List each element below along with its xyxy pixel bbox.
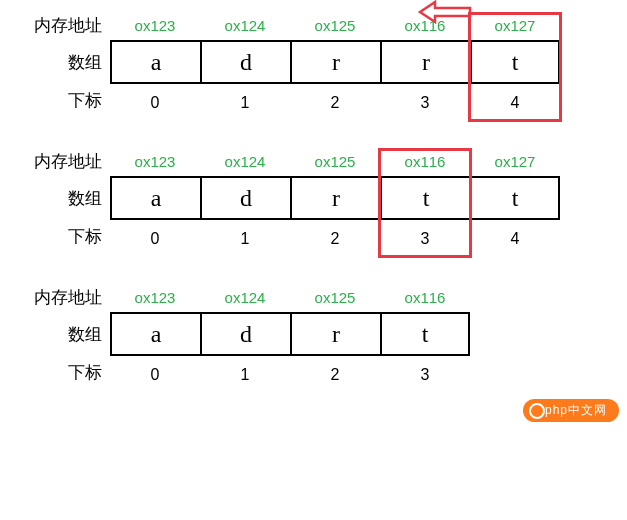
index-cells: 01234 <box>110 226 560 252</box>
array-cells: adrtt <box>110 176 560 220</box>
index-row: 下标01234 <box>10 220 617 252</box>
array-cell: r <box>380 40 470 84</box>
array-cell: t <box>380 176 470 220</box>
brand-logo-chip: php中文网 <box>523 399 619 422</box>
array-diagram: 内存地址ox123ox124ox125ox116数组adrt下标0123 <box>10 282 617 388</box>
array-index: 2 <box>290 362 380 388</box>
array-cell: r <box>290 40 380 84</box>
memory-address: ox127 <box>470 13 560 38</box>
index-cells: 0123 <box>110 362 470 388</box>
memory-address: ox116 <box>380 149 470 174</box>
array-cell: t <box>470 40 560 84</box>
address-label: 内存地址 <box>10 150 110 173</box>
array-cells: adrt <box>110 312 470 356</box>
array-label: 数组 <box>10 51 110 74</box>
address-label: 内存地址 <box>10 14 110 37</box>
memory-address: ox125 <box>290 285 380 310</box>
index-label: 下标 <box>10 89 110 112</box>
array-cell: d <box>200 40 290 84</box>
array-index: 4 <box>470 90 560 116</box>
diagram-container: 内存地址ox123ox124ox125ox116ox127数组adrrt下标01… <box>10 10 617 388</box>
array-index: 3 <box>380 226 470 252</box>
address-cells: ox123ox124ox125ox116 <box>110 285 470 310</box>
array-index: 0 <box>110 362 200 388</box>
index-row: 下标0123 <box>10 356 617 388</box>
array-row: 数组adrtt <box>10 176 617 220</box>
array-index: 3 <box>380 90 470 116</box>
array-cell: t <box>380 312 470 356</box>
array-cell: a <box>110 176 200 220</box>
memory-address: ox116 <box>380 285 470 310</box>
array-cells: adrrt <box>110 40 560 84</box>
left-arrow-icon <box>415 0 475 30</box>
array-cell: r <box>290 176 380 220</box>
array-diagram: 内存地址ox123ox124ox125ox116ox127数组adrrt下标01… <box>10 10 617 116</box>
array-index: 0 <box>110 90 200 116</box>
address-label: 内存地址 <box>10 286 110 309</box>
address-row: 内存地址ox123ox124ox125ox116ox127 <box>10 10 617 40</box>
memory-address: ox123 <box>110 149 200 174</box>
array-label: 数组 <box>10 323 110 346</box>
address-row: 内存地址ox123ox124ox125ox116 <box>10 282 617 312</box>
array-index: 1 <box>200 362 290 388</box>
memory-address: ox127 <box>470 149 560 174</box>
index-label: 下标 <box>10 225 110 248</box>
address-cells: ox123ox124ox125ox116ox127 <box>110 13 560 38</box>
array-cell: a <box>110 312 200 356</box>
memory-address: ox123 <box>110 13 200 38</box>
array-cell: d <box>200 312 290 356</box>
array-diagram: 内存地址ox123ox124ox125ox116ox127数组adrtt下标01… <box>10 146 617 252</box>
array-cell: t <box>470 176 560 220</box>
array-label: 数组 <box>10 187 110 210</box>
address-row: 内存地址ox123ox124ox125ox116ox127 <box>10 146 617 176</box>
index-row: 下标01234 <box>10 84 617 116</box>
array-row: 数组adrrt <box>10 40 617 84</box>
memory-address: ox124 <box>200 149 290 174</box>
array-index: 4 <box>470 226 560 252</box>
memory-address: ox123 <box>110 285 200 310</box>
memory-address: ox125 <box>290 149 380 174</box>
array-index: 1 <box>200 90 290 116</box>
array-cell: r <box>290 312 380 356</box>
index-label: 下标 <box>10 361 110 384</box>
array-cell: d <box>200 176 290 220</box>
memory-address: ox124 <box>200 13 290 38</box>
index-cells: 01234 <box>110 90 560 116</box>
array-index: 3 <box>380 362 470 388</box>
array-index: 0 <box>110 226 200 252</box>
memory-address: ox124 <box>200 285 290 310</box>
array-index: 1 <box>200 226 290 252</box>
address-cells: ox123ox124ox125ox116ox127 <box>110 149 560 174</box>
array-index: 2 <box>290 90 380 116</box>
array-cell: a <box>110 40 200 84</box>
memory-address: ox125 <box>290 13 380 38</box>
array-row: 数组adrt <box>10 312 617 356</box>
array-index: 2 <box>290 226 380 252</box>
